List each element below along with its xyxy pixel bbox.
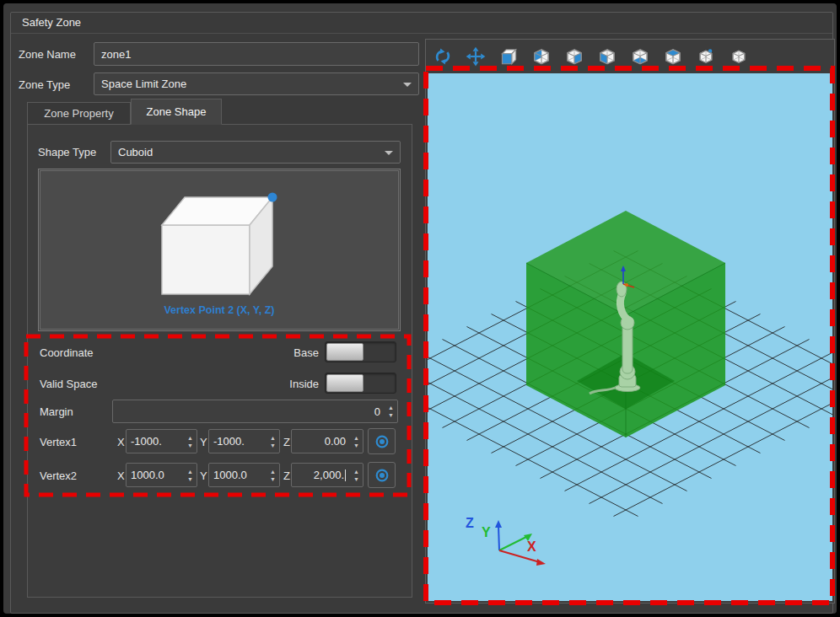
top-view-icon[interactable]: [660, 44, 686, 69]
coordinate-value: Base: [293, 346, 319, 358]
vertex2-marker-dot: [268, 193, 277, 202]
vertex2-row: Vertex2 X 1000.0 Y 1000.0 Z 2,000.: [28, 462, 412, 488]
spin-up-icon[interactable]: [270, 435, 276, 441]
viewport-panel: Z Y X: [425, 39, 835, 604]
valid-space-value: Inside: [289, 377, 319, 389]
spin-up-icon[interactable]: [388, 405, 394, 410]
zone-shape-tab-panel: Shape Type Cuboid Vertex Point 2 (X, Y, …: [27, 124, 412, 598]
isometric-view-icon[interactable]: [496, 44, 521, 69]
zone-type-value: Space Limit Zone: [101, 78, 186, 90]
spin-up-icon[interactable]: [353, 469, 359, 475]
vertex2-x-axis-label: X: [117, 469, 125, 481]
target-icon: [374, 433, 390, 450]
coordinate-label: Coordinate: [40, 346, 94, 358]
shape-preview-caption: Vertex Point 2 (X, Y, Z): [39, 304, 400, 316]
valid-space-row: Valid Space Inside: [28, 372, 412, 394]
vertex1-z-value: 0.00: [325, 435, 346, 448]
spin-down-icon[interactable]: [187, 443, 193, 448]
world-axis-triad: Z Y X: [466, 516, 546, 566]
coordinate-toggle[interactable]: [325, 341, 396, 362]
vertex2-x-input[interactable]: 1000.0: [126, 463, 197, 487]
safety-zone-window: Safety Zone Zone Name Zone Type Space Li…: [0, 0, 840, 617]
spin-down-icon[interactable]: [270, 443, 276, 448]
vertex1-y-value: -1000.: [213, 435, 245, 448]
vertex-view-icon[interactable]: [693, 44, 719, 69]
tab-zone-property[interactable]: Zone Property: [27, 102, 131, 125]
zone-name-input[interactable]: [94, 42, 419, 66]
triad-x-label: X: [527, 539, 536, 554]
cuboid-preview-image: [39, 169, 400, 300]
vertex1-label: Vertex1: [40, 435, 77, 448]
vertex1-y-input[interactable]: -1000.: [208, 429, 280, 453]
toggle-knob[interactable]: [326, 374, 363, 392]
spin-up-icon[interactable]: [270, 469, 276, 475]
vertex2-z-axis-label: Z: [283, 469, 290, 481]
spin-down-icon[interactable]: [270, 476, 276, 482]
triad-y-label: Y: [482, 525, 491, 539]
shape-preview-box: Vertex Point 2 (X, Y, Z): [38, 169, 401, 331]
margin-input[interactable]: 0: [112, 400, 398, 423]
vertex1-z-input[interactable]: 0.00: [291, 429, 363, 453]
target-icon: [374, 467, 390, 484]
vertex1-x-input[interactable]: -1000.: [126, 429, 197, 453]
vertex2-label: Vertex2: [40, 469, 77, 481]
viewport-3d[interactable]: Z Y X: [428, 73, 832, 601]
vertex2-z-input[interactable]: 2,000.: [291, 463, 363, 487]
vertex1-z-axis-label: Z: [283, 435, 290, 448]
spin-up-icon[interactable]: [187, 435, 193, 441]
back-view-icon[interactable]: [529, 44, 554, 69]
viewport-3d-scene: Z Y X: [428, 73, 832, 601]
valid-space-toggle[interactable]: [325, 373, 396, 394]
pan-view-icon[interactable]: [463, 44, 488, 69]
text-caret: [345, 469, 346, 481]
vertex1-y-axis-label: Y: [200, 435, 207, 448]
margin-label: Margin: [40, 405, 73, 418]
shape-type-dropdown[interactable]: Cuboid: [110, 141, 401, 164]
zone-name-label: Zone Name: [19, 48, 76, 61]
triad-z-label: Z: [466, 516, 474, 530]
vertex1-pick-point-button[interactable]: [368, 428, 396, 454]
vertex2-y-value: 1000.0: [213, 469, 247, 481]
vertex2-z-value: 2,000.: [314, 469, 344, 481]
vertex1-x-axis-label: X: [117, 435, 125, 448]
coordinate-row: Coordinate Base: [28, 341, 412, 363]
viewport-toolbar: [430, 42, 751, 71]
vertex1-x-value: -1000.: [131, 435, 162, 448]
vertex2-x-value: 1000.0: [131, 469, 164, 481]
vertex2-pick-point-button[interactable]: [368, 462, 396, 488]
shape-type-value: Cuboid: [118, 146, 153, 158]
spin-down-icon[interactable]: [388, 412, 394, 418]
zone-type-label: Zone Type: [19, 78, 70, 91]
tab-zone-shape[interactable]: Zone Shape: [131, 99, 222, 125]
margin-row: Margin 0: [28, 400, 412, 423]
bottom-view-icon[interactable]: [627, 44, 653, 69]
zone-type-dropdown[interactable]: Space Limit Zone: [94, 72, 419, 95]
group-title: Safety Zone: [22, 16, 81, 29]
vertex2-y-input[interactable]: 1000.0: [208, 463, 280, 487]
margin-value: 0: [374, 405, 380, 418]
toggle-knob[interactable]: [326, 343, 363, 361]
vertex2-y-axis-label: Y: [200, 469, 207, 481]
title-separator: [11, 33, 832, 34]
right-view-icon[interactable]: [562, 44, 587, 69]
default-view-icon[interactable]: [726, 44, 751, 69]
spin-down-icon[interactable]: [353, 443, 359, 448]
rotate-view-icon[interactable]: [430, 44, 455, 69]
spin-down-icon[interactable]: [353, 476, 359, 482]
vertex1-row: Vertex1 X -1000. Y -1000. Z 0.00: [28, 428, 412, 454]
spin-up-icon[interactable]: [353, 435, 359, 441]
shape-type-label: Shape Type: [38, 146, 96, 158]
spin-down-icon[interactable]: [187, 476, 193, 482]
spin-up-icon[interactable]: [187, 469, 193, 475]
valid-space-label: Valid Space: [40, 377, 97, 389]
left-view-icon[interactable]: [595, 44, 620, 69]
